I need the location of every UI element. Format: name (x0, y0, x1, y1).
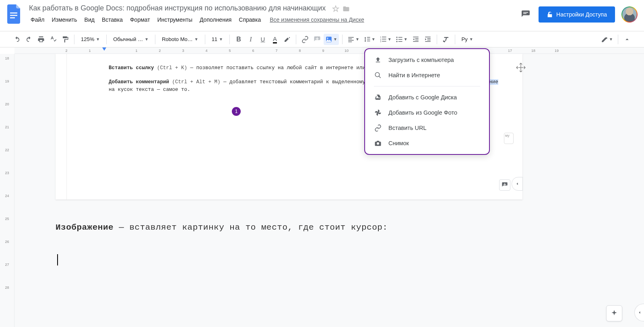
zoom-select[interactable]: 125%▼ (78, 34, 103, 45)
collapse-toolbar-button[interactable] (621, 34, 633, 45)
svg-rect-1 (10, 15, 17, 16)
svg-rect-29 (427, 39, 430, 40)
horizontal-ruler[interactable]: 2112345678910111213141516171819 (14, 47, 644, 54)
svg-rect-23 (413, 37, 419, 37)
comment-button[interactable] (312, 34, 323, 45)
svg-point-31 (375, 72, 380, 77)
share-button[interactable]: Настройки Доступа (539, 6, 615, 23)
link-button[interactable] (299, 34, 311, 45)
underline-button[interactable]: U (257, 34, 268, 45)
dd-google-drive[interactable]: Добавить с Google Диска (365, 90, 489, 105)
menu-format[interactable]: Формат (127, 15, 153, 25)
vertical-ruler[interactable]: 1819202122232425262728 (0, 54, 14, 327)
comments-button[interactable] (519, 8, 532, 21)
bullet-list-button[interactable]: ▼ (394, 34, 409, 45)
spellcheck-button[interactable] (47, 34, 59, 45)
svg-rect-26 (413, 41, 419, 42)
svg-rect-27 (425, 37, 431, 37)
folder-icon[interactable] (343, 5, 350, 12)
svg-point-6 (327, 37, 328, 39)
save-status[interactable]: Все изменения сохранены на Диске (270, 16, 364, 23)
photos-icon (374, 109, 382, 117)
svg-rect-0 (10, 12, 17, 14)
svg-rect-9 (348, 40, 354, 41)
italic-button[interactable]: I (245, 34, 256, 45)
input-tools-button[interactable]: Ру▼ (458, 34, 477, 45)
menu-insert[interactable]: Вставка (99, 15, 126, 25)
share-label: Настройки Доступа (556, 11, 607, 18)
link-icon (374, 124, 382, 132)
workspace: 1819202122232425262728 Вставить ссылку (… (0, 54, 644, 327)
svg-rect-30 (425, 41, 431, 42)
avatar[interactable] (621, 6, 638, 23)
explore-button[interactable] (606, 305, 622, 321)
dd-upload-computer[interactable]: Загрузить с компьютера (365, 52, 489, 68)
embedded-side-tab[interactable] (512, 177, 523, 191)
svg-text:3: 3 (380, 40, 381, 42)
dd-search-web[interactable]: Найти в Интернете (365, 68, 489, 83)
svg-rect-4 (523, 13, 526, 14)
bold-button[interactable]: B (233, 34, 244, 45)
camera-icon (374, 139, 382, 147)
svg-rect-15 (382, 39, 386, 39)
redo-button[interactable] (23, 34, 35, 45)
svg-text:1: 1 (380, 36, 381, 38)
move-handle-icon[interactable] (513, 60, 529, 76)
insert-image-button[interactable]: ▼ (324, 34, 339, 45)
svg-rect-20 (398, 37, 402, 38)
menu-tools[interactable]: Инструменты (154, 15, 196, 25)
outdent-button[interactable] (410, 34, 421, 45)
highlight-button[interactable] (281, 34, 293, 45)
svg-rect-14 (382, 37, 386, 37)
dd-google-photos[interactable]: Добавить из Google Фото (365, 105, 489, 120)
editing-mode-button[interactable]: ▼ (599, 34, 615, 45)
star-icon[interactable] (332, 5, 339, 12)
svg-point-18 (396, 39, 397, 40)
menu-addons[interactable]: Дополнения (196, 15, 235, 25)
svg-rect-3 (523, 12, 528, 13)
text-cursor (57, 254, 58, 265)
fontsize-select[interactable]: 11▼ (208, 34, 226, 45)
upload-icon (374, 56, 382, 64)
svg-rect-7 (348, 37, 354, 38)
svg-rect-2 (10, 17, 15, 19)
docs-logo[interactable] (6, 3, 23, 25)
align-button[interactable]: ▼ (346, 34, 361, 45)
header-right: Настройки Доступа (519, 3, 638, 23)
svg-rect-22 (398, 41, 402, 42)
indent-button[interactable] (422, 34, 433, 45)
menu-view[interactable]: Вид (81, 15, 98, 25)
embedded-explore-button[interactable] (499, 179, 510, 191)
side-panel-toggle[interactable] (634, 304, 644, 321)
comment-preview: му (504, 133, 514, 144)
linespacing-button[interactable]: ▼ (362, 34, 377, 45)
numbered-list-button[interactable]: 123▼ (378, 34, 393, 45)
svg-point-32 (377, 142, 379, 145)
dd-camera[interactable]: Снимок (365, 136, 489, 151)
svg-point-19 (396, 41, 397, 42)
drive-icon (374, 93, 382, 101)
print-button[interactable] (35, 34, 47, 45)
svg-rect-8 (348, 38, 352, 39)
menu-file[interactable]: Файл (27, 15, 47, 25)
svg-text:2: 2 (380, 38, 381, 40)
text-color-button[interactable]: A (269, 34, 281, 45)
style-select[interactable]: Обычный …▼ (110, 34, 152, 45)
undo-button[interactable] (11, 34, 23, 45)
page-area: Вставить ссылку (Ctrl + K) — позволяет п… (14, 54, 644, 327)
svg-point-17 (396, 37, 397, 38)
doc-title[interactable]: Как работать в Google Docs: подробная ин… (27, 3, 327, 13)
clear-format-button[interactable] (440, 34, 452, 45)
menu-edit[interactable]: Изменить (48, 15, 80, 25)
paint-format-button[interactable] (60, 34, 71, 45)
svg-rect-25 (415, 39, 418, 40)
menu-help[interactable]: Справка (235, 15, 264, 25)
title-area: Как работать в Google Docs: подробная ин… (27, 3, 519, 25)
dd-insert-url[interactable]: Вставить URL (365, 120, 489, 136)
caption-text: Изображение — вставляет картинку на то м… (56, 223, 388, 232)
toolbar: 125%▼ Обычный …▼ Roboto Mo…▼ 11▼ B I U A… (0, 31, 644, 47)
svg-rect-28 (427, 38, 430, 39)
menu-bar: Файл Изменить Вид Вставка Формат Инструм… (27, 15, 519, 25)
svg-rect-24 (415, 38, 418, 39)
font-select[interactable]: Roboto Mo…▼ (159, 34, 202, 45)
